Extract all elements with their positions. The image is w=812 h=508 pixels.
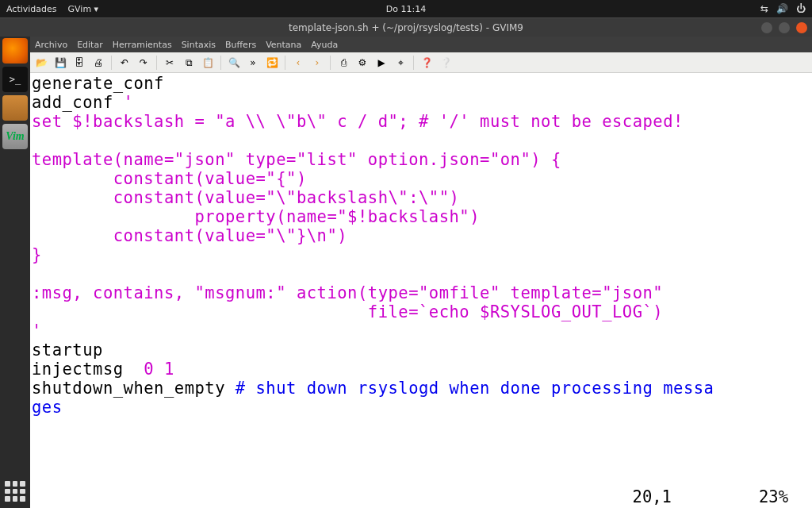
code-line: 0 1 [144, 360, 174, 379]
menu-herramientas[interactable]: Herramientas [113, 40, 172, 50]
redo-icon[interactable]: ↷ [136, 55, 151, 71]
menu-archivo[interactable]: Archivo [35, 40, 67, 50]
scroll-percent: 23% [759, 487, 788, 506]
window-title-bar: template-json.sh + (~/proj/rsyslog/tests… [0, 17, 812, 37]
find-icon[interactable]: 🔍 [226, 55, 242, 71]
menu-editar[interactable]: Editar [77, 40, 103, 50]
replace-icon[interactable]: 🔁 [264, 55, 280, 71]
code-line: shutdown_when_empty [32, 379, 236, 398]
menu-sintaxis[interactable]: Sintaxis [182, 40, 216, 50]
code-line: constant(value="{") [32, 169, 307, 188]
findnext-icon[interactable]: » [245, 55, 261, 71]
dock-firefox-icon[interactable] [2, 38, 28, 64]
code-line: add_conf [32, 93, 124, 112]
gnome-top-bar: Actividades GVim ▾ Do 11:14 ⇆ 🔊 ⏻ [0, 0, 812, 17]
code-line: set $!backslash = "a \\ \"b\" c / d"; # … [32, 112, 684, 131]
nav-fwd-icon[interactable]: › [309, 55, 325, 71]
app-menu-button[interactable]: GVim ▾ [68, 4, 99, 14]
nav-back-icon[interactable]: ‹ [290, 55, 306, 71]
cut-icon[interactable]: ✂ [162, 55, 178, 71]
open-icon[interactable]: 📂 [33, 55, 49, 71]
gvim-menu-bar: Archivo Editar Herramientas Sintaxis Buf… [30, 37, 812, 52]
print-icon[interactable]: 🖨 [90, 55, 106, 71]
script-icon[interactable]: ⎙ [335, 55, 351, 71]
code-line: ' [124, 93, 134, 112]
toolbar-separator [111, 56, 112, 70]
code-line: ges [32, 398, 63, 417]
code-line: generate_conf [32, 74, 164, 93]
toolbar-separator [413, 56, 414, 70]
clock[interactable]: Do 11:14 [386, 4, 426, 14]
window-maximize-button[interactable] [779, 22, 790, 33]
saveall-icon[interactable]: 🗄 [71, 55, 87, 71]
copy-icon[interactable]: ⧉ [181, 55, 197, 71]
save-icon[interactable]: 💾 [52, 55, 68, 71]
cursor-position: 20,1 [633, 487, 672, 506]
code-line: constant(value="\"}\n") [32, 226, 347, 245]
window-close-button[interactable] [796, 22, 807, 33]
activities-button[interactable]: Actividades [6, 4, 57, 14]
volume-icon[interactable]: 🔊 [776, 3, 788, 14]
shell-icon[interactable]: ▶ [373, 55, 389, 71]
help2-icon[interactable]: ❔ [438, 55, 454, 71]
code-line: property(name="$!backslash") [32, 207, 480, 226]
window-minimize-button[interactable] [761, 22, 772, 33]
code-line: constant(value="\"backslash\":\"") [32, 188, 459, 207]
make-icon[interactable]: ⚙ [354, 55, 370, 71]
power-icon[interactable]: ⏻ [796, 3, 806, 14]
toolbar-separator [285, 56, 285, 70]
toolbar-separator [220, 56, 221, 70]
code-line: # shut down rsyslogd when done processin… [236, 379, 714, 398]
launcher-dock: >_ Vim [0, 37, 30, 508]
gvim-ruler: 20,1 23% [633, 487, 798, 506]
dock-gvim-icon[interactable]: Vim [2, 124, 28, 149]
code-line: file=`echo $RSYSLOG_OUT_LOG`) [32, 302, 663, 321]
dock-terminal-icon[interactable]: >_ [2, 67, 28, 92]
system-tray[interactable]: ⇆ 🔊 ⏻ [760, 3, 806, 14]
menu-buffers[interactable]: Buffers [225, 40, 256, 50]
window-title: template-json.sh + (~/proj/rsyslog/tests… [289, 22, 523, 33]
code-line: startup [32, 341, 103, 360]
editor-text-area[interactable]: generate_conf add_conf ' set $!backslash… [30, 73, 812, 508]
network-icon[interactable]: ⇆ [760, 3, 768, 14]
code-line: template(name="json" type="list" option.… [32, 150, 561, 169]
dock-files-icon[interactable] [2, 95, 28, 121]
undo-icon[interactable]: ↶ [117, 55, 132, 71]
gvim-toolbar: 📂 💾 🗄 🖨 ↶ ↷ ✂ ⧉ 📋 🔍 » 🔁 ‹ › ⎙ ⚙ ▶ ⌖ ❓ [30, 52, 812, 73]
toolbar-separator [330, 56, 331, 70]
tag-icon[interactable]: ⌖ [393, 55, 408, 71]
gvim-window: Archivo Editar Herramientas Sintaxis Buf… [30, 37, 812, 508]
menu-ayuda[interactable]: Ayuda [311, 40, 338, 50]
code-line: } [32, 245, 42, 264]
help-icon[interactable]: ❓ [419, 55, 435, 71]
code-line: injectmsg [32, 360, 144, 379]
show-applications-button[interactable] [5, 481, 25, 502]
code-line: ' [32, 321, 42, 341]
code-line: :msg, contains, "msgnum:" action(type="o… [32, 283, 663, 302]
menu-ventana[interactable]: Ventana [266, 40, 301, 50]
paste-icon[interactable]: 📋 [200, 55, 216, 71]
toolbar-separator [156, 56, 157, 70]
